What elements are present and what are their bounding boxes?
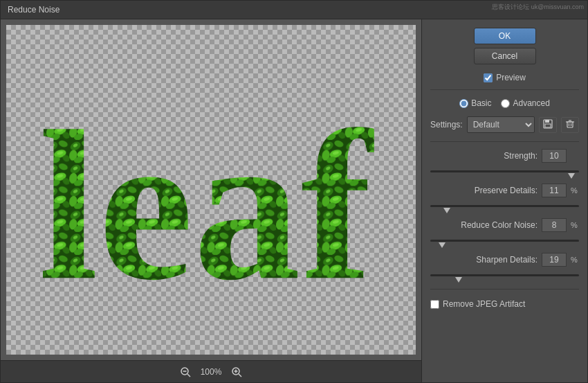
- svg-rect-19: [545, 120, 549, 123]
- settings-row: Settings: Default: [430, 116, 579, 133]
- zoom-level: 100%: [201, 367, 222, 377]
- preview-label[interactable]: Preview: [496, 73, 526, 82]
- preview-checkbox[interactable]: [484, 73, 493, 82]
- sharpen-details-label: Sharpen Details:: [430, 255, 538, 265]
- preserve-details-label: Preserve Details:: [430, 186, 538, 195]
- reduce-color-noise-section: Reduce Color Noise: %: [430, 218, 579, 247]
- advanced-radio-label[interactable]: Advanced: [501, 98, 549, 108]
- sharpen-details-slider-wrapper: [430, 269, 579, 282]
- divider-2: [430, 141, 579, 142]
- preview-panel: leaf: [1, 19, 421, 382]
- svg-rect-10: [24, 25, 398, 355]
- ok-button[interactable]: OK: [474, 28, 536, 44]
- save-preset-button[interactable]: [539, 117, 557, 133]
- strength-label: Strength:: [430, 151, 538, 161]
- mode-radio-group: Basic Advanced: [430, 98, 579, 108]
- advanced-radio[interactable]: [501, 99, 510, 108]
- zoom-in-button[interactable]: [230, 365, 244, 379]
- controls-panel: OK Cancel Preview Basic Advanced: [421, 19, 587, 382]
- basic-radio[interactable]: [459, 99, 468, 108]
- leaf-preview-image: leaf: [6, 25, 416, 355]
- settings-select[interactable]: Default: [467, 116, 535, 133]
- preserve-details-row: Preserve Details: %: [430, 184, 579, 197]
- preserve-details-unit: %: [571, 186, 579, 195]
- trash-icon: [565, 119, 575, 129]
- cancel-button[interactable]: Cancel: [474, 48, 536, 64]
- title-bar: Reduce Noise 思客设计论坛 uk@missvuan.com: [1, 1, 587, 19]
- basic-label: Basic: [471, 98, 491, 108]
- svg-line-12: [187, 374, 190, 377]
- svg-rect-21: [567, 122, 573, 127]
- divider-3: [430, 289, 579, 290]
- reduce-noise-dialog: Reduce Noise 思客设计论坛 uk@missvuan.com leaf: [0, 0, 588, 383]
- strength-slider-wrapper: [430, 166, 579, 178]
- jpeg-artifact-checkbox[interactable]: [430, 300, 439, 309]
- sharpen-details-section: Sharpen Details: %: [430, 253, 579, 282]
- reduce-color-noise-label: Reduce Color Noise:: [430, 220, 538, 230]
- dialog-title: Reduce Noise: [8, 5, 59, 15]
- strength-section: Strength:: [430, 149, 579, 178]
- dialog-body: leaf: [1, 19, 587, 382]
- zoom-out-icon: [180, 366, 191, 377]
- svg-line-15: [239, 374, 241, 377]
- preserve-details-input[interactable]: [542, 184, 567, 197]
- preserve-details-section: Preserve Details: %: [430, 184, 579, 213]
- advanced-label: Advanced: [513, 98, 549, 108]
- save-icon: [543, 119, 553, 129]
- jpeg-artifact-row: Remove JPEG Artifact: [430, 299, 579, 309]
- reduce-color-noise-slider-wrapper: [430, 235, 579, 247]
- settings-label: Settings:: [430, 120, 463, 130]
- divider-1: [430, 89, 579, 90]
- watermark: 思客设计论坛 uk@missvuan.com: [492, 3, 584, 12]
- sharpen-details-input[interactable]: [542, 253, 567, 267]
- sharpen-details-row: Sharpen Details: %: [430, 253, 579, 267]
- jpeg-artifact-label[interactable]: Remove JPEG Artifact: [443, 299, 525, 309]
- preview-toolbar: 100%: [1, 360, 421, 382]
- preserve-details-slider-wrapper: [430, 200, 579, 213]
- action-buttons: OK Cancel: [430, 28, 579, 64]
- reduce-color-noise-input[interactable]: [542, 218, 567, 232]
- preview-row: Preview: [430, 73, 579, 82]
- preview-canvas: leaf: [6, 25, 416, 355]
- sharpen-details-unit: %: [571, 256, 579, 264]
- basic-radio-label[interactable]: Basic: [459, 98, 491, 108]
- zoom-out-button[interactable]: [178, 365, 192, 379]
- strength-input[interactable]: [542, 149, 567, 163]
- reduce-color-noise-unit: %: [571, 221, 579, 229]
- svg-rect-20: [545, 124, 551, 127]
- strength-row: Strength:: [430, 149, 579, 163]
- zoom-in-icon: [231, 366, 242, 377]
- reduce-color-noise-row: Reduce Color Noise: %: [430, 218, 579, 232]
- delete-preset-button[interactable]: [561, 117, 579, 133]
